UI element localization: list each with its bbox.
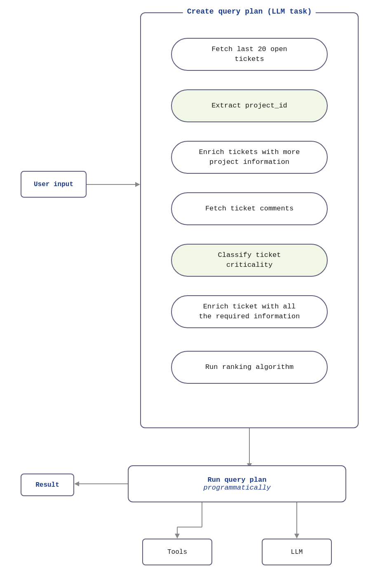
diagram-container: Create query plan (LLM task) Fetch last … bbox=[0, 0, 385, 588]
result-label: Result bbox=[35, 481, 59, 489]
run-query-title: Run query plan bbox=[208, 476, 267, 484]
flow-node-fetch-tickets: Fetch last 20 opentickets bbox=[171, 38, 328, 71]
flow-node-fetch-comments-label: Fetch ticket comments bbox=[205, 204, 293, 214]
user-input-label: User input bbox=[34, 181, 73, 188]
flow-node-extract-project-label: Extract project_id bbox=[211, 101, 287, 111]
flow-node-fetch-tickets-label: Fetch last 20 opentickets bbox=[211, 44, 287, 64]
flow-node-classify-label: Classify ticketcriticality bbox=[218, 250, 281, 270]
svg-marker-25 bbox=[294, 534, 299, 539]
create-query-plan-box: Create query plan (LLM task) Fetch last … bbox=[140, 12, 359, 428]
flow-node-enrich-required: Enrich ticket with allthe required infor… bbox=[171, 295, 328, 328]
flow-node-classify: Classify ticketcriticality bbox=[171, 244, 328, 277]
llm-label: LLM bbox=[291, 548, 303, 556]
result-box: Result bbox=[21, 474, 74, 496]
tools-box: Tools bbox=[142, 539, 212, 565]
tools-label: Tools bbox=[167, 548, 187, 556]
flow-node-enrich-required-label: Enrich ticket with allthe required infor… bbox=[199, 302, 300, 322]
svg-marker-16 bbox=[135, 182, 140, 187]
flow-node-extract-project: Extract project_id bbox=[171, 89, 328, 122]
run-query-subtitle: programmatically bbox=[203, 484, 270, 492]
flow-node-run-ranking: Run ranking algorithm bbox=[171, 351, 328, 384]
llm-box: LLM bbox=[262, 539, 332, 565]
svg-marker-22 bbox=[175, 534, 180, 539]
flow-node-fetch-comments: Fetch ticket comments bbox=[171, 192, 328, 225]
run-query-plan-box: Run query plan programmatically bbox=[128, 465, 346, 502]
create-query-title: Create query plan (LLM task) bbox=[183, 7, 316, 16]
user-input-box: User input bbox=[21, 171, 87, 198]
flow-node-enrich-project-label: Enrich tickets with moreproject informat… bbox=[199, 147, 300, 167]
svg-marker-18 bbox=[74, 481, 79, 486]
flow-node-enrich-project: Enrich tickets with moreproject informat… bbox=[171, 141, 328, 174]
flow-node-run-ranking-label: Run ranking algorithm bbox=[205, 362, 293, 372]
